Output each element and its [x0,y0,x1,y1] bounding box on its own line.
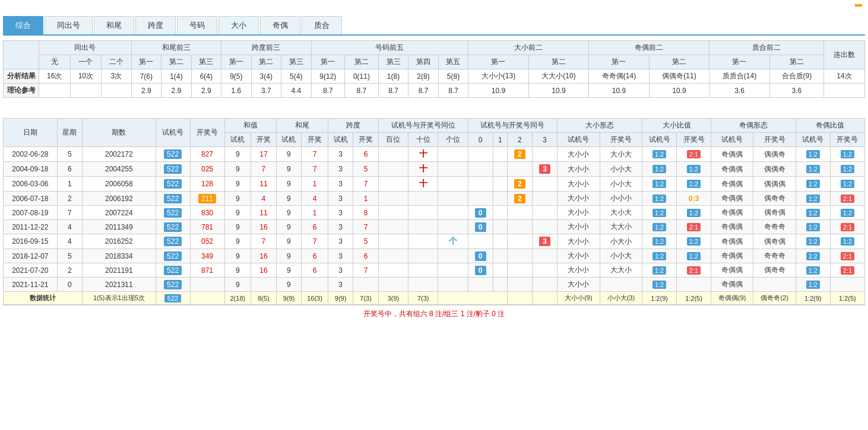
cell-odd-ratio-t: 1:2 [796,220,830,234]
tabs-container: 综合 同出号 和尾 跨度 号码 大小 奇偶 质合 [3,16,865,36]
header-跨度前三: 跨度前三 [221,41,311,55]
cell-sum-p: 17 [251,147,277,162]
cell-size-t: 大小小 [557,147,600,162]
stats-odd-ratio-p: 1:2(5) [830,292,864,305]
cell-size-p [600,278,642,292]
h-个位: 个位 [438,133,468,147]
cell-odd-t: 奇偶偶 [711,177,753,192]
cell-sum-t: 9 [224,206,251,220]
cell-pos1 [438,192,468,206]
cell-same3: 3 [532,234,557,249]
cell-span-p: 5 [353,234,379,249]
h-同0: 0 [468,133,493,147]
cell-prize: 827 [190,147,224,162]
h-奇偶比试机: 试机号 [796,133,830,147]
cell-same0 [468,177,493,192]
h-同号: 试机号与开奖号同号 [468,119,557,133]
t-奇偶1: 10.9 [589,84,650,98]
cell-pos10 [408,234,438,249]
cell-prize: 128 [190,177,224,192]
t-和尾1: 2.9 [131,84,161,98]
cell-same0 [468,147,493,162]
tab-号码[interactable]: 号码 [177,16,217,34]
cell-ratio-p [677,278,711,292]
cell-prize [190,278,224,292]
tab-综合[interactable]: 综合 [3,16,43,34]
cell-sum-p: 16 [251,263,277,278]
sub-奇偶第二: 第二 [649,55,709,69]
cell-week: 4 [57,234,83,249]
stats-same3 [532,292,557,305]
cell-odd-ratio-p: 1:2 [830,162,864,177]
theory-row: 理论参考 2.9 2.9 2.9 1.6 3.7 4.4 8.7 8.7 8.7… [4,84,865,98]
stats-c6: 9(9) [328,292,353,305]
cell-pos10 [408,220,438,234]
t-一个 [70,84,102,98]
cell-size-t: 大小小 [557,220,600,234]
sub-一个: 一个 [70,55,102,69]
cell-same1 [493,192,507,206]
r-连出数: 14次 [824,69,865,84]
h-和尾开奖: 开奖 [302,133,328,147]
cell-pos1 [438,162,468,177]
stats-c3: 8(5) [251,292,277,305]
cell-prize: 781 [190,220,224,234]
cell-pos10: 十 [408,147,438,162]
cell-period: 2006192 [83,192,156,206]
cell-same3 [532,249,557,263]
header-和尾前三: 和尾前三 [131,41,221,55]
cell-week: 0 [57,278,83,292]
t-号码2: 8.7 [345,84,379,98]
cell-tail-p: 1 [302,177,328,192]
cell-period: 2002172 [83,147,156,162]
header-大小前二: 大小前二 [468,41,589,55]
cell-sum-t: 9 [224,249,251,263]
tab-奇偶[interactable]: 奇偶 [260,16,300,34]
tab-同出号[interactable]: 同出号 [45,16,93,34]
table-row: 2018-12-07 5 2018334 522 349 9 16 9 6 3 … [4,249,865,263]
r-和尾3: 6(4) [191,69,221,84]
cell-odd-p: 偶奇奇 [753,192,796,206]
top-bar [3,3,865,8]
cell-same1 [493,234,507,249]
h-和尾: 和尾 [276,119,328,133]
r-奇偶1: 奇奇偶(14) [589,69,650,84]
sub-号码第三: 第三 [378,55,408,69]
cell-week: 7 [57,206,83,220]
tab-跨度[interactable]: 跨度 [135,16,176,34]
cell-tail-p: 7 [302,234,328,249]
cell-size-t: 大小小 [557,177,600,192]
cell-odd-p: 奇奇奇 [753,249,796,263]
cell-sum-p: 11 [251,177,277,192]
r-跨度2: 3(4) [251,69,281,84]
cell-same2 [507,263,532,278]
cell-tail-t: 9 [276,263,302,278]
cell-sum-p: 7 [251,234,277,249]
cell-date: 2002-06-28 [4,147,58,162]
cell-odd-ratio-t: 1:2 [796,162,830,177]
cell-tail-t: 9 [276,177,302,192]
tab-大小[interactable]: 大小 [218,16,259,34]
h-同位: 试机号与开奖号同位 [378,119,468,133]
stats-c9: 7(3) [408,292,438,305]
cell-period: 2018334 [83,249,156,263]
tab-质合[interactable]: 质合 [302,16,342,34]
cell-same0: 0 [468,249,493,263]
cell-period: 2021311 [83,278,156,292]
cell-odd-ratio-t: 1:2 [796,249,830,263]
cell-same1 [493,220,507,234]
cell-size-p: 小大小 [600,234,642,249]
cell-ratio-t: 1:2 [642,162,677,177]
tab-和尾[interactable]: 和尾 [94,16,134,34]
h-大小开奖: 开奖号 [600,133,642,147]
cell-period: 2016252 [83,234,156,249]
cell-period: 2007224 [83,206,156,220]
cell-ratio-t: 1:2 [642,263,677,278]
cell-ratio-t: 1:2 [642,147,677,162]
stats-c5: 16(3) [302,292,328,305]
cell-trial: 522 [156,147,190,162]
cell-same2 [507,206,532,220]
cell-odd-ratio-t: 1:2 [796,192,830,206]
h-和值: 和值 [224,119,276,133]
r-号码5: 5(8) [438,69,468,84]
